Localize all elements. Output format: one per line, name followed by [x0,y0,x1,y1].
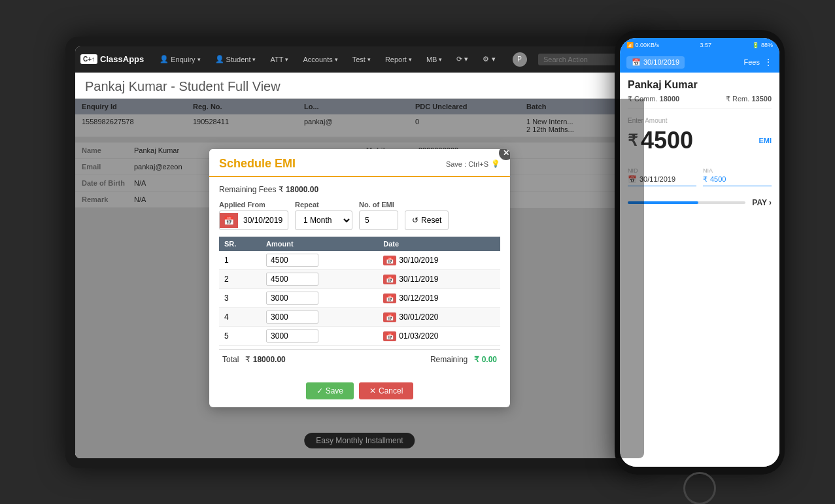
nav-avatar[interactable]: P [507,50,532,69]
tablet-device: C+↑ ClassApps 👤 Enquiry ▾ 👤 Student ▾ AT… [65,37,654,468]
modal-body: Remaining Fees ₹ 18000.00 Applied From 📅 [209,177,510,377]
nia-group: NIA ₹ 4500 [703,167,772,186]
remaining-label-text: Remaining ₹ 0.00 [430,355,497,364]
emi-row-2: 2 📅 30/11/2019 [219,270,500,289]
applied-from-date-value: 30/10/2019 [238,213,288,227]
time-status: 3:57 [700,42,711,48]
emi-row-4: 4 📅 30/01/2020 [219,308,500,327]
nav-student[interactable]: 👤 Student ▾ [210,52,262,66]
page-header: Pankaj Kumar - Student Full View [75,73,644,99]
emi-cal-icon-2: 📅 [383,275,396,284]
emi-sr-1: 1 [219,251,261,270]
phone-home-button[interactable] [683,472,716,505]
emi-amount-4[interactable] [261,308,378,327]
repeat-select[interactable]: 1 Month 2 Months 3 Months 6 Months [295,210,352,230]
total-label-text: Total ₹ 18000.00 [222,355,286,364]
emi-date-val-3: 30/12/2019 [399,294,438,303]
emi-cal-icon-5: 📅 [383,331,396,341]
phone-amount-row: ₹ 4500 EMI [628,127,772,154]
nav-history[interactable]: ⟳ ▾ [451,52,473,66]
rem-label: ₹ Rem. 13500 [726,95,772,103]
pay-button[interactable]: PAY › [752,198,772,207]
emi-amount-5[interactable] [261,327,378,346]
nav-report[interactable]: Report ▾ [380,53,417,66]
app-name: ClassApps [100,54,144,64]
modal-overlay: Schedule EMI Save : Ctrl+S 💡 ✕ Remaining… [75,99,644,458]
nia-label: NIA [703,167,772,174]
calendar-icon: 📅 [220,213,238,228]
no-emi-input[interactable] [359,210,398,230]
emi-date-val-5: 01/03/2020 [399,331,438,341]
times-icon: ✕ [369,386,376,395]
emi-row-1: 1 📅 30/10/2019 [219,251,500,270]
phone-date-chip[interactable]: 📅 30/10/2019 [626,56,685,69]
rupee-nia-icon: ₹ [703,175,707,184]
emi-date-2[interactable]: 📅 30/11/2019 [378,270,500,289]
emi-date-4[interactable]: 📅 30/01/2020 [378,308,500,327]
nav-att[interactable]: ATT ▾ [265,53,294,66]
bulb-icon: 💡 [491,160,500,168]
enter-amount-label: Enter Amount [628,117,772,124]
cancel-button[interactable]: ✕ Cancel [359,382,413,399]
emi-date-1[interactable]: 📅 30/10/2019 [378,251,500,270]
emi-sr-4: 4 [219,308,261,327]
reset-icon: ↺ [412,216,418,225]
phone-status-bar: 📶 0.00KB/s 3:57 🔋 88% [620,38,779,52]
emi-amount-2[interactable] [261,270,378,289]
th-date: Date [378,237,500,251]
nia-value[interactable]: ₹ 4500 [703,175,772,186]
form-row: Applied From 📅 30/10/2019 Repeat [219,201,500,230]
emi-amount-input-3[interactable] [266,292,318,305]
th-amount: Amount [261,237,378,251]
battery-status: 🔋 88% [752,42,773,48]
emi-date-val-4: 30/01/2020 [399,312,438,322]
nav-test[interactable]: Test ▾ [347,53,376,66]
emi-cal-icon-1: 📅 [383,256,396,265]
signal-status: 📶 0.00KB/s [626,42,659,48]
reset-button[interactable]: ↺ Reset [405,210,449,230]
no-emi-label: No. of EMI [359,201,398,209]
applied-from-date[interactable]: 📅 30/10/2019 [219,210,288,230]
emi-amount-3[interactable] [261,289,378,308]
modal-footer: ✓ Save ✕ Cancel [209,377,510,407]
nav-accounts[interactable]: Accounts ▾ [298,53,343,66]
emi-date-3[interactable]: 📅 30/12/2019 [378,289,500,308]
nav-enquiry[interactable]: 👤 Enquiry ▾ [154,52,205,66]
logo-text: C+↑ [80,54,97,64]
repeat-label: Repeat [295,201,352,209]
navbar: C+↑ ClassApps 👤 Enquiry ▾ 👤 Student ▾ AT… [75,46,644,73]
modal-close-button[interactable]: ✕ [499,149,510,160]
modal-title: Schedule EMI [219,157,296,171]
applied-from-label: Applied From [219,201,288,209]
chevron-right-icon: › [769,198,772,207]
emi-amount-input-2[interactable] [266,273,318,286]
save-button[interactable]: ✓ Save [306,382,354,399]
th-sr: SR. [219,237,261,251]
nav-settings[interactable]: ⚙ ▾ [477,52,500,66]
emi-sr-2: 2 [219,270,261,289]
emi-date-5[interactable]: 📅 01/03/2020 [378,327,500,346]
fees-label: Fees [744,58,760,66]
emi-table-header-row: SR. Amount Date [219,237,500,251]
tablet-screen: C+↑ ClassApps 👤 Enquiry ▾ 👤 Student ▾ AT… [75,46,644,458]
emi-amount-1[interactable] [261,251,378,270]
remaining-fees: Remaining Fees ₹ 18000.00 [219,185,500,194]
phone-top-bar: 📅 30/10/2019 Fees ⋮ [620,52,779,73]
emi-amount-input-4[interactable] [266,311,318,324]
emi-row-5: 5 📅 01/03/2020 [219,327,500,346]
emi-date-val-2: 30/11/2019 [399,275,438,284]
save-hint: Save : Ctrl+S 💡 [446,160,500,168]
total-row: Total ₹ 18000.00 Remaining ₹ 0.00 [219,349,500,369]
phone-progress-bar [628,201,745,204]
nav-mb[interactable]: MB ▾ [421,53,448,66]
emi-amount-input-5[interactable] [266,329,318,343]
emi-row-3: 3 📅 30/12/2019 [219,289,500,308]
emi-sr-5: 5 [219,327,261,346]
emi-amount-input-1[interactable] [266,254,318,267]
calendar-small-icon: 📅 [632,58,641,67]
content-area: Enquiry Id Reg. No. Lo... PDC Uncleared … [75,99,644,458]
page-title: Pankaj Kumar - Student Full View [85,79,281,94]
repeat-group: Repeat 1 Month 2 Months 3 Months 6 Month… [295,201,352,230]
phone-menu-icon[interactable]: ⋮ [764,57,773,67]
emi-sr-3: 3 [219,289,261,308]
